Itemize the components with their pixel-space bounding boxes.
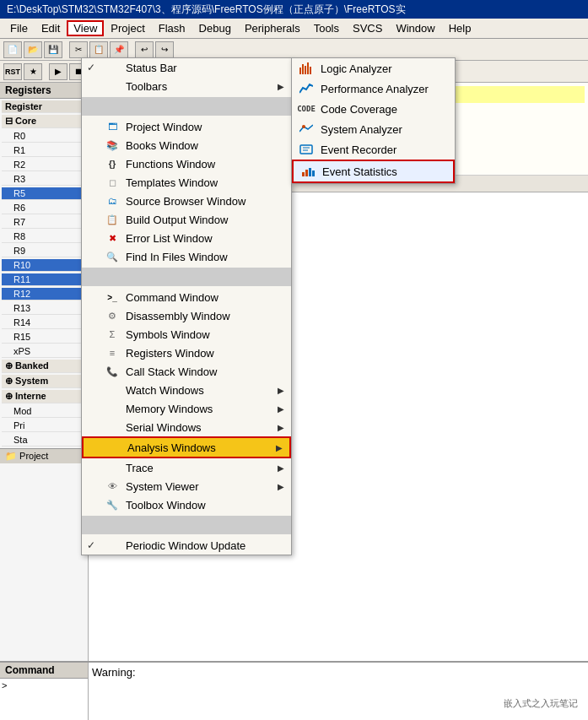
tb-star[interactable]: ★ bbox=[24, 63, 42, 80]
menu-flash[interactable]: Flash bbox=[152, 20, 192, 36]
submenu-event-statistics[interactable]: Event Statistics bbox=[292, 160, 455, 183]
menu-find-in-files[interactable]: 🔍 Find In Files Window bbox=[82, 247, 291, 266]
tb-open[interactable]: 📂 bbox=[24, 41, 42, 58]
tb-undo[interactable]: ↩ bbox=[135, 41, 154, 58]
logic-analyzer-label: Logic Analyzer bbox=[321, 62, 448, 75]
separator-2 bbox=[82, 268, 291, 286]
serial-label: Serial Windows bbox=[126, 421, 278, 434]
analysis-label: Analysis Windows bbox=[127, 441, 276, 454]
menu-peripherals[interactable]: Peripherals bbox=[238, 20, 307, 36]
tb-save[interactable]: 💾 bbox=[44, 41, 62, 58]
reg-r8: R8 bbox=[2, 230, 86, 243]
templates-icon: ◻ bbox=[104, 176, 121, 189]
menu-help[interactable]: Help bbox=[442, 20, 478, 36]
menu-toolbox-window[interactable]: 🔧 Toolbox Window bbox=[82, 495, 291, 514]
call-stack-icon: 📞 bbox=[104, 365, 121, 378]
reg-r5: R5 bbox=[2, 187, 86, 200]
menu-trace[interactable]: Trace ▶ bbox=[82, 458, 291, 477]
separator-3 bbox=[82, 516, 291, 534]
reg-r6: R6 bbox=[2, 202, 86, 214]
toolbars-arrow: ▶ bbox=[278, 82, 284, 91]
svg-rect-0 bbox=[299, 68, 301, 74]
project-tab[interactable]: 📁 Project bbox=[0, 448, 88, 463]
registers-table: Register ⊟ Core R0 R1 R2 R3 R5 R6 R7 R8 … bbox=[0, 99, 88, 448]
registers-icon: ≡ bbox=[104, 346, 121, 360]
submenu-logic-analyzer[interactable]: Logic Analyzer bbox=[292, 58, 455, 78]
code-coverage-label: Code Coverage bbox=[321, 103, 448, 116]
menu-svcs[interactable]: SVCS bbox=[346, 20, 389, 36]
event-statistics-icon bbox=[299, 164, 317, 179]
analysis-icon bbox=[105, 441, 122, 454]
reg-r7: R7 bbox=[2, 216, 86, 229]
reg-r1: R1 bbox=[2, 144, 86, 157]
source-browser-icon: 🗂 bbox=[104, 194, 121, 208]
menu-project-window[interactable]: 🗔 Project Window bbox=[82, 117, 291, 136]
tb-paste[interactable]: 📌 bbox=[110, 41, 128, 58]
bottom-area: Command > Warning: bbox=[0, 661, 588, 720]
event-recorder-label: Event Recorder bbox=[321, 143, 448, 156]
menu-debug[interactable]: Debug bbox=[192, 20, 238, 36]
menu-templates-window[interactable]: ◻ Templates Window bbox=[82, 173, 291, 192]
build-output-icon: 📋 bbox=[104, 213, 121, 226]
menu-toolbars[interactable]: Toolbars ▶ bbox=[82, 77, 291, 95]
core-label: ⊟ Core bbox=[2, 115, 86, 128]
menu-watch-windows[interactable]: Watch Windows ▶ bbox=[82, 381, 291, 399]
menu-tools[interactable]: Tools bbox=[307, 20, 346, 36]
menu-command-window[interactable]: >_ Command Window bbox=[82, 288, 291, 306]
menu-functions-window[interactable]: {} Functions Window bbox=[82, 154, 291, 173]
svg-rect-2 bbox=[305, 66, 306, 74]
command-prompt: > bbox=[2, 680, 86, 690]
analysis-submenu[interactable]: Logic Analyzer Performance Analyzer CODE… bbox=[291, 57, 456, 184]
toolbars-icon bbox=[104, 79, 121, 93]
trace-arrow: ▶ bbox=[278, 463, 284, 473]
watch-label: Watch Windows bbox=[126, 384, 278, 397]
menu-periodic-update[interactable]: ✓ Periodic Window Update bbox=[82, 536, 291, 555]
registers-panel: Registers Register ⊟ Core R0 R1 R2 R3 R5… bbox=[0, 83, 89, 720]
menu-window[interactable]: Window bbox=[389, 20, 441, 36]
interne-group: ⊕ Interne bbox=[2, 390, 86, 403]
view-menu[interactable]: ✓ Status Bar Toolbars ▶ 🗔 Project Window… bbox=[81, 57, 292, 555]
svg-rect-3 bbox=[307, 62, 309, 74]
tb-cut[interactable]: ✂ bbox=[69, 41, 88, 58]
menu-source-browser[interactable]: 🗂 Source Browser Window bbox=[82, 192, 291, 210]
menu-serial-windows[interactable]: Serial Windows ▶ bbox=[82, 418, 291, 436]
menu-disassembly[interactable]: ⚙ Disassembly Window bbox=[82, 306, 291, 325]
tb-rst[interactable]: RST bbox=[3, 63, 22, 80]
menu-file[interactable]: File bbox=[3, 20, 35, 36]
submenu-code-coverage[interactable]: CODE Code Coverage bbox=[292, 99, 455, 119]
tb-new[interactable]: 📄 bbox=[3, 41, 22, 58]
command-input-area[interactable]: > bbox=[0, 679, 88, 720]
menu-view[interactable]: View bbox=[67, 20, 104, 36]
menu-symbols[interactable]: Σ Symbols Window bbox=[82, 325, 291, 344]
system-analyzer-icon bbox=[297, 122, 316, 137]
project-window-label: Project Window bbox=[126, 121, 284, 133]
banked-group: ⊕ Banked bbox=[2, 360, 86, 373]
menu-system-viewer[interactable]: 👁 System Viewer ▶ bbox=[82, 477, 291, 495]
menu-build-output[interactable]: 📋 Build Output Window bbox=[82, 210, 291, 229]
menu-analysis-windows[interactable]: Analysis Windows ▶ bbox=[82, 436, 291, 458]
submenu-perf-analyzer[interactable]: Performance Analyzer bbox=[292, 78, 455, 99]
reg-sta: Sta bbox=[2, 434, 86, 447]
source-browser-label: Source Browser Window bbox=[126, 195, 284, 208]
menu-edit[interactable]: Edit bbox=[35, 20, 67, 36]
reg-pri: Pri bbox=[2, 420, 86, 432]
logic-analyzer-icon bbox=[297, 61, 316, 76]
tb-copy[interactable]: 📋 bbox=[89, 41, 108, 58]
submenu-event-recorder[interactable]: Event Recorder bbox=[292, 139, 455, 160]
menu-status-bar[interactable]: ✓ Status Bar bbox=[82, 58, 291, 77]
submenu-system-analyzer[interactable]: System Analyzer bbox=[292, 119, 455, 139]
svg-rect-9 bbox=[302, 172, 305, 176]
templates-label: Templates Window bbox=[126, 176, 284, 189]
menu-project[interactable]: Project bbox=[104, 20, 151, 36]
tb-redo[interactable]: ↪ bbox=[155, 41, 174, 58]
error-list-icon: ✖ bbox=[104, 231, 121, 245]
menu-memory-windows[interactable]: Memory Windows ▶ bbox=[82, 399, 291, 418]
menu-registers-window[interactable]: ≡ Registers Window bbox=[82, 344, 291, 362]
menu-call-stack[interactable]: 📞 Call Stack Window bbox=[82, 362, 291, 381]
menu-error-list[interactable]: ✖ Error List Window bbox=[82, 229, 291, 247]
registers-menu-label: Registers Window bbox=[126, 347, 284, 360]
svg-rect-12 bbox=[312, 171, 315, 176]
menu-books-window[interactable]: 📚 Books Window bbox=[82, 136, 291, 154]
find-files-label: Find In Files Window bbox=[126, 251, 284, 263]
tb-run[interactable]: ▶ bbox=[49, 63, 67, 80]
